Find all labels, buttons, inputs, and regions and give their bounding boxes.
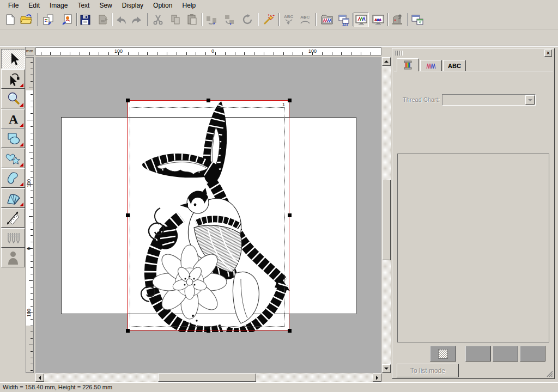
flip-vertical-icon	[223, 13, 236, 26]
tool-freeform-shape[interactable]	[1, 168, 25, 188]
swatch-button-3[interactable]	[493, 346, 518, 362]
vertical-scroll-thumb[interactable]	[382, 180, 391, 260]
scrollbar-corner	[382, 373, 391, 382]
thread-chart-combobox[interactable]	[442, 94, 536, 106]
paste-button[interactable]	[185, 12, 200, 27]
cut-button[interactable]	[150, 12, 166, 27]
tool-decorative-shapes[interactable]	[1, 149, 25, 168]
tool-zoom[interactable]	[1, 89, 25, 108]
zoom-icon	[5, 90, 21, 107]
toolbar: ABC ABC 123	[0, 10, 558, 29]
selection-number: 1	[282, 102, 285, 107]
pattern-swatch-button[interactable]	[430, 346, 456, 362]
tab-thread-color[interactable]	[397, 58, 419, 71]
tool-point-edit[interactable]	[1, 69, 25, 89]
menu-sew[interactable]: Sew	[94, 1, 117, 10]
flip-vertical-button[interactable]	[222, 12, 237, 27]
swatch-button-4[interactable]	[520, 346, 545, 362]
selection-handle-s[interactable]	[207, 329, 210, 333]
panel-title-bar[interactable]: ×	[392, 48, 554, 57]
design-property-button[interactable]: 123	[336, 12, 351, 27]
stitch-view-icon	[355, 13, 368, 26]
text-fit-arch-button[interactable]: ABC	[298, 12, 313, 27]
thread-chart-button[interactable]	[319, 12, 335, 27]
selection-handle-w[interactable]	[126, 213, 130, 217]
select-arrow-icon	[5, 51, 21, 67]
scroll-down-button[interactable]	[382, 364, 391, 373]
write-to-card-button[interactable]	[95, 12, 111, 27]
flyout-indicator	[20, 123, 23, 127]
open-file-button[interactable]	[19, 12, 34, 27]
menu-bar: File Edit Image Text Sew Display Option …	[0, 0, 558, 10]
tool-stitch-edit[interactable]	[1, 228, 25, 248]
save-button[interactable]	[77, 12, 93, 27]
import-design-button[interactable]	[41, 12, 56, 27]
reference-window-button[interactable]	[410, 12, 425, 27]
import-design-icon	[42, 13, 55, 26]
selection-handle-ne[interactable]	[288, 99, 292, 102]
up-arrow-icon	[384, 58, 389, 63]
selection-handle-sw[interactable]	[126, 329, 130, 333]
vertical-scrollbar[interactable]	[382, 57, 391, 373]
selection-handle-n[interactable]	[207, 99, 210, 102]
flip-horizontal-button[interactable]	[204, 12, 219, 27]
menu-text[interactable]: Text	[72, 1, 94, 10]
combo-dropdown-button[interactable]	[525, 95, 535, 105]
tool-manual-punch[interactable]	[1, 188, 25, 208]
thread-chart-folder-icon	[320, 13, 333, 26]
text-fit-down-button[interactable]: ABC	[281, 12, 296, 27]
menu-file[interactable]: File	[3, 1, 23, 10]
resize-grip-icon[interactable]	[546, 370, 553, 377]
design-canvas[interactable]: 1	[35, 57, 381, 373]
scroll-right-button[interactable]	[373, 373, 381, 382]
menu-help[interactable]: Help	[177, 1, 201, 10]
menu-image[interactable]: Image	[45, 1, 72, 10]
flyout-indicator	[20, 83, 23, 87]
horizontal-scrollbar[interactable]	[35, 373, 381, 382]
open-image-button[interactable]	[60, 12, 75, 27]
v-ruler-label: 100	[26, 307, 33, 318]
auto-punch-wand-button[interactable]	[261, 12, 276, 27]
paste-icon	[186, 13, 199, 26]
vertical-ruler: 100 0 100	[26, 57, 34, 373]
selection-handle-nw[interactable]	[126, 99, 130, 102]
stitch-view-toggle-button[interactable]	[354, 12, 369, 27]
tool-design-gallery[interactable]	[1, 248, 25, 267]
tool-measure[interactable]	[1, 208, 25, 228]
copy-button[interactable]	[168, 12, 183, 27]
tab-text-attributes[interactable]: ABC	[443, 60, 466, 71]
scroll-up-button[interactable]	[382, 57, 391, 66]
magic-wand-icon	[262, 13, 275, 26]
menu-edit[interactable]: Edit	[23, 1, 45, 10]
realistic-view-button[interactable]	[371, 12, 386, 27]
grip-icon	[395, 51, 396, 56]
menu-display[interactable]: Display	[117, 1, 148, 10]
tool-select[interactable]	[1, 49, 25, 69]
open-folder-icon	[20, 13, 33, 26]
rotate-button[interactable]	[240, 12, 255, 27]
panel-close-button[interactable]: ×	[544, 50, 552, 57]
grip-icon	[399, 51, 401, 56]
to-list-mode-button[interactable]: To list mode	[397, 364, 459, 377]
thread-color-list[interactable]	[397, 154, 549, 342]
redo-button[interactable]	[129, 12, 144, 27]
tab-sewing-attributes[interactable]	[420, 60, 442, 71]
abc-tab-label: ABC	[448, 63, 461, 69]
status-dimensions-text: Width = 158.40 mm, Height = 226.50 mm	[3, 384, 112, 390]
selection-handle-e[interactable]	[288, 213, 292, 217]
thread-chart-label: Thread Chart:	[403, 96, 440, 103]
sew-simulator-button[interactable]	[390, 12, 405, 27]
tool-text[interactable]: A	[1, 109, 25, 128]
menu-option[interactable]: Option	[148, 1, 177, 10]
undo-button[interactable]	[113, 12, 129, 27]
tool-basic-shapes[interactable]	[1, 128, 25, 148]
heart-star-icon	[5, 150, 21, 167]
horizontal-ruler: 100 0 100	[35, 47, 381, 56]
horizontal-scroll-thumb[interactable]	[158, 373, 256, 382]
swatch-button-2[interactable]	[465, 346, 491, 362]
app-window: { "menu_bar": {"items": ["File", "Edit",…	[0, 0, 558, 392]
selection-rectangle[interactable]	[128, 100, 289, 330]
new-document-button[interactable]	[3, 12, 18, 27]
selection-handle-se[interactable]	[288, 329, 292, 333]
scroll-left-button[interactable]	[35, 373, 44, 382]
